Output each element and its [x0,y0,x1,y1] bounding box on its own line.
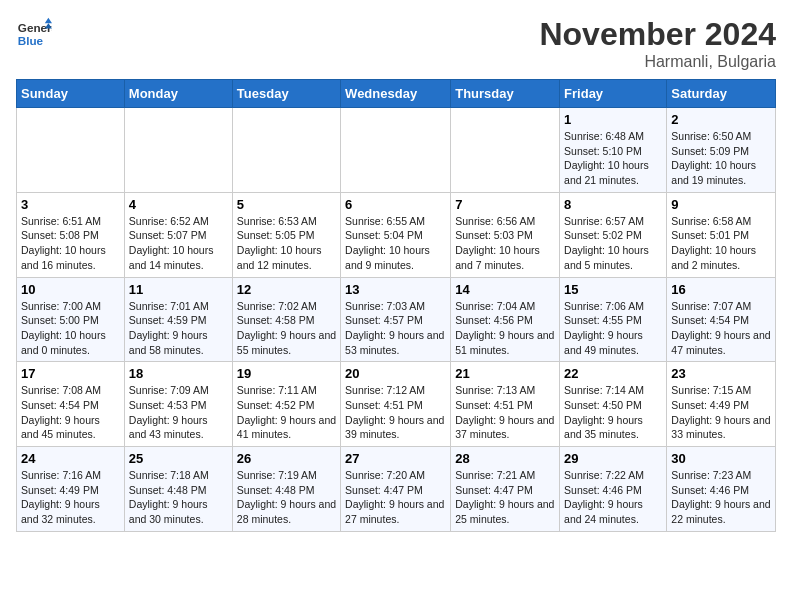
day-info: Sunrise: 7:12 AM Sunset: 4:51 PM Dayligh… [345,383,446,442]
day-number: 19 [237,366,336,381]
calendar-day-cell: 7Sunrise: 6:56 AM Sunset: 5:03 PM Daylig… [451,192,560,277]
weekday-header-cell: Thursday [451,80,560,108]
day-info: Sunrise: 6:57 AM Sunset: 5:02 PM Dayligh… [564,214,662,273]
calendar-week-row: 3Sunrise: 6:51 AM Sunset: 5:08 PM Daylig… [17,192,776,277]
calendar-day-cell: 29Sunrise: 7:22 AM Sunset: 4:46 PM Dayli… [560,447,667,532]
day-number: 25 [129,451,228,466]
calendar-day-cell: 3Sunrise: 6:51 AM Sunset: 5:08 PM Daylig… [17,192,125,277]
day-info: Sunrise: 7:19 AM Sunset: 4:48 PM Dayligh… [237,468,336,527]
day-info: Sunrise: 7:08 AM Sunset: 4:54 PM Dayligh… [21,383,120,442]
day-info: Sunrise: 7:14 AM Sunset: 4:50 PM Dayligh… [564,383,662,442]
calendar-day-cell: 23Sunrise: 7:15 AM Sunset: 4:49 PM Dayli… [667,362,776,447]
day-number: 17 [21,366,120,381]
day-number: 16 [671,282,771,297]
calendar-week-row: 24Sunrise: 7:16 AM Sunset: 4:49 PM Dayli… [17,447,776,532]
calendar-day-cell: 20Sunrise: 7:12 AM Sunset: 4:51 PM Dayli… [341,362,451,447]
title-area: November 2024 Harmanli, Bulgaria [539,16,776,71]
calendar-day-cell [124,108,232,193]
day-info: Sunrise: 7:15 AM Sunset: 4:49 PM Dayligh… [671,383,771,442]
calendar-day-cell: 25Sunrise: 7:18 AM Sunset: 4:48 PM Dayli… [124,447,232,532]
day-number: 26 [237,451,336,466]
calendar-day-cell: 2Sunrise: 6:50 AM Sunset: 5:09 PM Daylig… [667,108,776,193]
day-info: Sunrise: 6:55 AM Sunset: 5:04 PM Dayligh… [345,214,446,273]
day-number: 23 [671,366,771,381]
calendar-day-cell: 21Sunrise: 7:13 AM Sunset: 4:51 PM Dayli… [451,362,560,447]
location-title: Harmanli, Bulgaria [539,53,776,71]
day-number: 21 [455,366,555,381]
calendar-week-row: 17Sunrise: 7:08 AM Sunset: 4:54 PM Dayli… [17,362,776,447]
day-number: 11 [129,282,228,297]
day-number: 29 [564,451,662,466]
day-info: Sunrise: 6:52 AM Sunset: 5:07 PM Dayligh… [129,214,228,273]
weekday-header-cell: Sunday [17,80,125,108]
calendar-day-cell: 27Sunrise: 7:20 AM Sunset: 4:47 PM Dayli… [341,447,451,532]
calendar-day-cell [232,108,340,193]
calendar-day-cell: 24Sunrise: 7:16 AM Sunset: 4:49 PM Dayli… [17,447,125,532]
day-number: 14 [455,282,555,297]
day-info: Sunrise: 7:07 AM Sunset: 4:54 PM Dayligh… [671,299,771,358]
day-number: 18 [129,366,228,381]
day-info: Sunrise: 7:16 AM Sunset: 4:49 PM Dayligh… [21,468,120,527]
calendar-day-cell: 4Sunrise: 6:52 AM Sunset: 5:07 PM Daylig… [124,192,232,277]
day-number: 4 [129,197,228,212]
calendar-day-cell: 26Sunrise: 7:19 AM Sunset: 4:48 PM Dayli… [232,447,340,532]
day-info: Sunrise: 7:23 AM Sunset: 4:46 PM Dayligh… [671,468,771,527]
weekday-header-cell: Friday [560,80,667,108]
day-info: Sunrise: 7:04 AM Sunset: 4:56 PM Dayligh… [455,299,555,358]
day-info: Sunrise: 6:53 AM Sunset: 5:05 PM Dayligh… [237,214,336,273]
calendar-day-cell [451,108,560,193]
day-number: 24 [21,451,120,466]
day-number: 2 [671,112,771,127]
day-info: Sunrise: 7:01 AM Sunset: 4:59 PM Dayligh… [129,299,228,358]
day-info: Sunrise: 7:18 AM Sunset: 4:48 PM Dayligh… [129,468,228,527]
calendar-day-cell: 11Sunrise: 7:01 AM Sunset: 4:59 PM Dayli… [124,277,232,362]
day-number: 27 [345,451,446,466]
day-info: Sunrise: 7:06 AM Sunset: 4:55 PM Dayligh… [564,299,662,358]
weekday-header-cell: Wednesday [341,80,451,108]
calendar-day-cell: 12Sunrise: 7:02 AM Sunset: 4:58 PM Dayli… [232,277,340,362]
day-info: Sunrise: 7:20 AM Sunset: 4:47 PM Dayligh… [345,468,446,527]
weekday-header-row: SundayMondayTuesdayWednesdayThursdayFrid… [17,80,776,108]
day-info: Sunrise: 6:58 AM Sunset: 5:01 PM Dayligh… [671,214,771,273]
day-info: Sunrise: 7:21 AM Sunset: 4:47 PM Dayligh… [455,468,555,527]
day-info: Sunrise: 7:09 AM Sunset: 4:53 PM Dayligh… [129,383,228,442]
day-number: 20 [345,366,446,381]
day-number: 1 [564,112,662,127]
calendar-day-cell: 16Sunrise: 7:07 AM Sunset: 4:54 PM Dayli… [667,277,776,362]
day-info: Sunrise: 7:22 AM Sunset: 4:46 PM Dayligh… [564,468,662,527]
calendar-table: SundayMondayTuesdayWednesdayThursdayFrid… [16,79,776,532]
calendar-day-cell: 18Sunrise: 7:09 AM Sunset: 4:53 PM Dayli… [124,362,232,447]
day-number: 6 [345,197,446,212]
day-number: 3 [21,197,120,212]
day-info: Sunrise: 6:50 AM Sunset: 5:09 PM Dayligh… [671,129,771,188]
calendar-day-cell: 17Sunrise: 7:08 AM Sunset: 4:54 PM Dayli… [17,362,125,447]
day-info: Sunrise: 6:48 AM Sunset: 5:10 PM Dayligh… [564,129,662,188]
day-info: Sunrise: 6:56 AM Sunset: 5:03 PM Dayligh… [455,214,555,273]
day-number: 28 [455,451,555,466]
month-title: November 2024 [539,16,776,53]
day-info: Sunrise: 6:51 AM Sunset: 5:08 PM Dayligh… [21,214,120,273]
calendar-day-cell: 30Sunrise: 7:23 AM Sunset: 4:46 PM Dayli… [667,447,776,532]
day-number: 7 [455,197,555,212]
weekday-header-cell: Tuesday [232,80,340,108]
calendar-body: 1Sunrise: 6:48 AM Sunset: 5:10 PM Daylig… [17,108,776,532]
day-info: Sunrise: 7:03 AM Sunset: 4:57 PM Dayligh… [345,299,446,358]
calendar-week-row: 10Sunrise: 7:00 AM Sunset: 5:00 PM Dayli… [17,277,776,362]
calendar-day-cell: 14Sunrise: 7:04 AM Sunset: 4:56 PM Dayli… [451,277,560,362]
day-info: Sunrise: 7:00 AM Sunset: 5:00 PM Dayligh… [21,299,120,358]
calendar-day-cell: 22Sunrise: 7:14 AM Sunset: 4:50 PM Dayli… [560,362,667,447]
weekday-header-cell: Monday [124,80,232,108]
calendar-day-cell: 8Sunrise: 6:57 AM Sunset: 5:02 PM Daylig… [560,192,667,277]
calendar-day-cell: 1Sunrise: 6:48 AM Sunset: 5:10 PM Daylig… [560,108,667,193]
calendar-day-cell: 28Sunrise: 7:21 AM Sunset: 4:47 PM Dayli… [451,447,560,532]
logo: General Blue [16,16,52,52]
weekday-header-cell: Saturday [667,80,776,108]
day-number: 10 [21,282,120,297]
calendar-day-cell: 15Sunrise: 7:06 AM Sunset: 4:55 PM Dayli… [560,277,667,362]
day-number: 8 [564,197,662,212]
day-number: 22 [564,366,662,381]
page-header: General Blue November 2024 Harmanli, Bul… [16,16,776,71]
logo-icon: General Blue [16,16,52,52]
svg-text:Blue: Blue [18,34,44,47]
day-info: Sunrise: 7:13 AM Sunset: 4:51 PM Dayligh… [455,383,555,442]
